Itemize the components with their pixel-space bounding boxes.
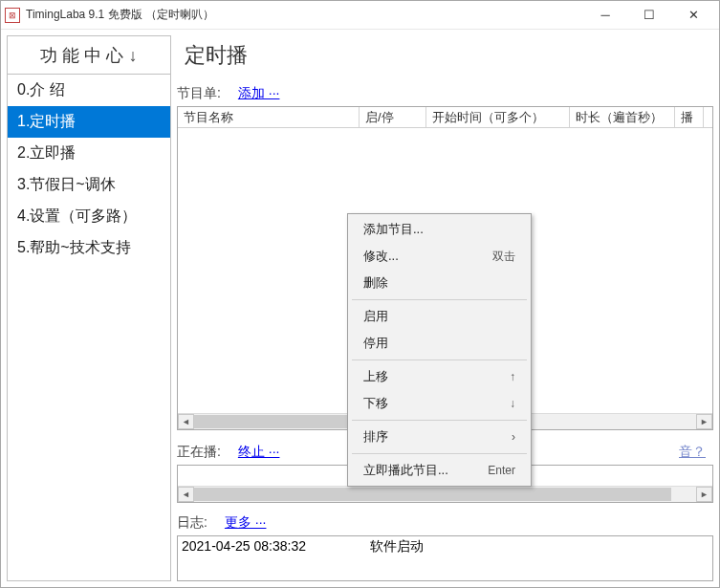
menu-item-label: 下移 [363,395,388,412]
log-timestamp: 2021-04-25 08:38:32 [182,538,306,554]
titlebar: ⊠ TimingLaba 9.1 免费版 （定时喇叭） ─ ☐ ✕ [1,1,719,30]
playing-scrollbar[interactable]: ◄ ► [178,486,712,502]
menu-item-5[interactable]: 停用 [350,330,529,357]
menu-item-shortcut: Enter [488,464,515,477]
menu-item-label: 修改... [363,248,399,265]
column-header-2[interactable]: 开始时间（可多个） [426,107,570,127]
menu-item-4[interactable]: 启用 [350,303,529,330]
sidebar-item-2[interactable]: 2.立即播 [8,138,170,169]
add-program-link[interactable]: 添加 ··· [238,85,280,102]
sidebar-item-0[interactable]: 0.介 绍 [8,75,170,106]
close-button[interactable]: ✕ [671,2,715,29]
column-header-4[interactable]: 播 [675,107,704,127]
menu-item-0[interactable]: 添加节目... [350,216,529,243]
column-header-0[interactable]: 节目名称 [178,107,360,127]
menu-item-7[interactable]: 上移↑ [350,363,529,390]
menu-item-shortcut: › [512,430,515,444]
table-header: 节目名称启/停开始时间（可多个）时长（遍首秒）播 [178,107,712,128]
maximize-button[interactable]: ☐ [627,2,671,29]
menu-item-2[interactable]: 删除 [350,270,529,296]
page-title: 定时播 [177,35,713,83]
log-label: 日志: [177,514,207,532]
menu-separator [352,359,527,360]
program-list-label: 节目单: [177,85,221,102]
scroll-left-button[interactable]: ◄ [178,414,194,429]
menu-item-shortcut: ↑ [510,370,515,383]
log-message: 软件启动 [370,538,424,554]
log-row: 日志: 更多 ··· [177,512,713,535]
menu-item-label: 删除 [363,274,388,292]
menu-item-8[interactable]: 下移↓ [350,390,529,417]
menu-item-label: 启用 [363,308,388,325]
now-playing-label: 正在播: [177,444,221,461]
minimize-button[interactable]: ─ [583,2,627,29]
voice-hint-link[interactable]: 音？ [679,444,706,461]
column-header-3[interactable]: 时长（遍首秒） [570,107,675,127]
stop-link[interactable]: 终止 ··· [238,444,280,461]
sidebar-header: 功 能 中 心 ↓ [8,36,170,75]
column-header-1[interactable]: 启/停 [360,107,426,127]
app-icon: ⊠ [5,8,20,23]
menu-item-12[interactable]: 立即播此节目...Enter [350,457,529,484]
menu-item-shortcut: 双击 [492,249,515,265]
scroll-right-button[interactable]: ► [696,487,712,502]
menu-separator [352,299,527,300]
menu-item-label: 停用 [363,335,388,352]
more-log-link[interactable]: 更多 ··· [225,514,267,532]
scroll-right-button[interactable]: ► [696,414,712,429]
sidebar: 功 能 中 心 ↓ 0.介 绍1.定时播2.立即播3.节假日~调休4.设置（可多… [7,35,171,581]
scroll-track[interactable] [194,487,696,502]
sidebar-item-5[interactable]: 5.帮助~技术支持 [8,232,170,264]
window-controls: ─ ☐ ✕ [583,2,715,29]
window-title: TimingLaba 9.1 免费版 （定时喇叭） [26,7,583,23]
menu-separator [352,420,527,421]
sidebar-item-4[interactable]: 4.设置（可多路） [8,201,170,232]
scroll-thumb[interactable] [194,488,671,501]
menu-item-10[interactable]: 排序› [350,424,529,450]
scroll-left-button[interactable]: ◄ [178,487,194,502]
menu-item-label: 排序 [363,428,388,446]
menu-item-1[interactable]: 修改...双击 [350,243,529,270]
menu-item-label: 上移 [363,368,388,385]
menu-item-label: 添加节目... [363,221,424,238]
sidebar-item-1[interactable]: 1.定时播 [8,106,170,138]
context-menu: 添加节目...修改...双击删除启用停用上移↑下移↓排序›立即播此节目...En… [347,213,532,487]
app-window: ⊠ TimingLaba 9.1 免费版 （定时喇叭） ─ ☐ ✕ 功 能 中 … [0,0,720,588]
menu-separator [352,453,527,454]
menu-item-shortcut: ↓ [510,397,515,410]
log-box: 2021-04-25 08:38:32 软件启动 [177,535,713,581]
program-list-row: 节目单: 添加 ··· [177,83,713,106]
sidebar-item-3[interactable]: 3.节假日~调休 [8,169,170,201]
menu-item-label: 立即播此节目... [363,462,448,479]
